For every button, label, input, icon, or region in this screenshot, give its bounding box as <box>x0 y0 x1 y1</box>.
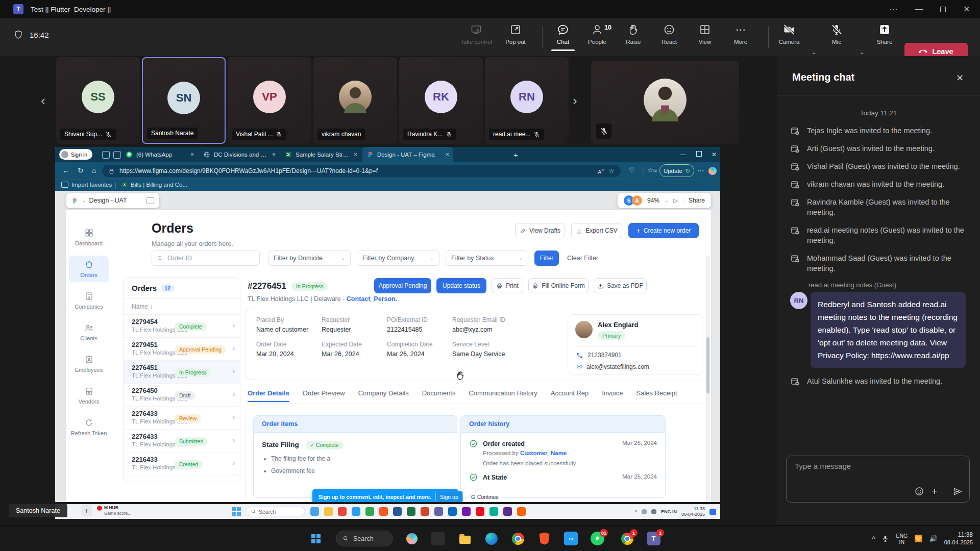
detail-tab[interactable]: Invoice <box>602 389 623 402</box>
browser-close-icon[interactable]: ✕ <box>712 151 717 158</box>
vscode-icon[interactable]: ‹› <box>564 532 578 545</box>
refresh-icon[interactable]: ↻ <box>78 166 84 174</box>
tab-close-icon[interactable]: × <box>190 151 194 158</box>
order-row[interactable]: 2216433 TL Flex Holdings LLC Created › <box>124 453 240 475</box>
close-button[interactable]: ✕ <box>963 5 970 14</box>
pin-button[interactable]: + <box>81 505 92 516</box>
chat-message-input[interactable] <box>794 461 949 471</box>
detail-tab[interactable]: Sales Receipt <box>636 389 677 402</box>
chat-button[interactable]: Chat <box>547 23 579 45</box>
order-row[interactable]: 2276451 TL Flex Holdings LLC In Progress… <box>124 361 240 384</box>
taskbar-app-icon[interactable] <box>462 507 471 516</box>
tray-expand-icon[interactable]: ^ <box>635 509 637 514</box>
attach-plus-icon[interactable]: + <box>932 486 938 496</box>
mic-in-use-icon[interactable] <box>881 535 889 542</box>
back-icon[interactable]: ← <box>62 166 69 174</box>
share-button[interactable]: Share <box>868 23 901 45</box>
create-order-button[interactable]: + Create new order <box>628 223 699 238</box>
emoji-icon[interactable] <box>914 486 924 496</box>
browser-tab[interactable]: Design - UAT – Figma × <box>362 147 453 162</box>
start-button-icon[interactable] <box>311 534 321 543</box>
tray-expand-icon[interactable]: ^ <box>872 535 875 542</box>
file-explorer-icon[interactable] <box>458 532 472 545</box>
taskbar-app-icon[interactable] <box>421 507 429 516</box>
browser-tab[interactable]: (6) WhatsApp × <box>121 147 198 162</box>
taskbar-app-icon[interactable] <box>476 507 484 516</box>
sign-up-button[interactable]: Sign up <box>435 491 463 502</box>
participant-tile[interactable]: SS Shivani Sup... <box>56 57 140 144</box>
detail-tab[interactable]: Company Details <box>358 389 409 402</box>
detail-tab[interactable]: Order Preview <box>303 389 345 402</box>
taskbar-app-icon[interactable] <box>489 507 498 516</box>
taskbar-app-icon[interactable] <box>352 507 360 516</box>
taskbar-app-icon[interactable] <box>365 507 374 516</box>
tab-close-icon[interactable]: × <box>272 151 276 158</box>
copilot-icon[interactable] <box>405 532 419 545</box>
clear-filter-button[interactable]: Clear Filter <box>567 255 598 262</box>
taskbar-app-icon[interactable] <box>434 507 443 516</box>
tiles-scroll-right-icon[interactable]: › <box>573 93 577 109</box>
browser-profile-button[interactable]: Sign in <box>59 149 92 160</box>
filter-status-dropdown[interactable]: Filter by Status⌄ <box>446 251 528 266</box>
brave-icon[interactable] <box>537 532 551 545</box>
volume-icon[interactable]: 🔊 <box>929 535 937 542</box>
notification-icon[interactable] <box>709 509 716 515</box>
wifi-icon[interactable]: 🛜 <box>914 535 922 542</box>
edge-icon[interactable] <box>484 532 498 545</box>
participant-tile[interactable]: RN read.ai mee... <box>485 57 569 144</box>
filter-button[interactable]: Filter <box>534 251 559 266</box>
send-icon[interactable] <box>952 486 963 497</box>
sidebar-item[interactable]: Vendors <box>69 382 109 409</box>
history-link[interactable]: Customer_Name <box>520 450 567 456</box>
bookmark-item[interactable]: Bills | Billing and Co... <box>121 182 187 188</box>
app-icon[interactable] <box>431 532 445 545</box>
read-aloud-icon[interactable]: A» <box>598 167 604 175</box>
presenter-clock[interactable]: 11:3808-04-2025 <box>681 506 705 517</box>
chrome-icon[interactable] <box>511 532 525 545</box>
zoom-chevron-icon[interactable]: ⌄ <box>665 198 669 203</box>
zoom-level[interactable]: 94% <box>647 197 659 204</box>
tab-close-icon[interactable]: × <box>446 151 449 158</box>
order-row[interactable]: 2276450 TL Flex Holdings LLC Draft › <box>124 384 240 407</box>
detail-tab[interactable]: Order Details <box>248 389 289 402</box>
view-drafts-button[interactable]: View Drafts <box>515 223 565 238</box>
detail-tab[interactable]: Documents <box>422 389 456 402</box>
vertical-tabs-icon[interactable] <box>113 151 121 159</box>
contact-phone[interactable]: 2123874901 <box>576 352 622 359</box>
contact-email[interactable]: ✉ alex@vstatefilings.com <box>576 363 649 370</box>
google-continue-button[interactable]: G Continue <box>467 491 503 502</box>
copilot-icon[interactable] <box>708 167 717 175</box>
tray-icon[interactable] <box>642 509 647 514</box>
taskbar-app-icon[interactable] <box>338 507 347 516</box>
fill-online-form-button[interactable]: Fill Online Form <box>528 278 589 293</box>
language-indicator[interactable]: ENG IN <box>661 509 677 514</box>
minimize-button[interactable]: — <box>915 5 923 14</box>
teams-icon[interactable]: T 1 <box>647 532 660 545</box>
sidebar-item[interactable]: Refresh Token <box>69 414 109 440</box>
figma-topbar[interactable]: ⌄ Design - UAT <box>66 193 159 208</box>
participant-tile-large[interactable] <box>591 61 739 144</box>
sidebar-item[interactable]: Companies <box>69 287 109 314</box>
taskbar-app-icon[interactable] <box>407 507 415 516</box>
filter-domicile-dropdown[interactable]: Filter by Domicile⌄ <box>268 251 351 266</box>
print-button[interactable]: Print <box>492 278 523 293</box>
browser-menu-icon[interactable]: ⋯ <box>697 166 704 174</box>
order-row[interactable]: 2276433 TL Flex Holdings LLC Submitted › <box>124 430 240 453</box>
titlebar-more-icon[interactable]: ⋯ <box>889 5 897 14</box>
sidebar-item[interactable]: Clients <box>69 319 109 345</box>
raise-button[interactable]: Raise <box>617 23 650 45</box>
browser-essentials-icon[interactable]: ♡ <box>629 166 635 174</box>
detail-tab[interactable]: Account Rep <box>551 389 589 402</box>
taskbar-clock[interactable]: 11:3808-04-2025 <box>944 531 973 546</box>
tab-actions-icon[interactable] <box>102 151 110 159</box>
mic-chevron-icon[interactable]: ⌄ <box>860 49 864 56</box>
browser-minimize-icon[interactable]: — <box>680 151 686 158</box>
taskbar-app-icon[interactable] <box>517 507 526 516</box>
collaborator-avatar[interactable]: A <box>632 195 642 206</box>
export-csv-button[interactable]: Export CSV <box>571 223 622 238</box>
favorites-list-icon[interactable]: ☆≡ <box>647 166 657 174</box>
more-button[interactable]: ⋯ More <box>724 23 757 45</box>
figma-share-button[interactable]: Share <box>683 197 705 204</box>
tab-close-icon[interactable]: × <box>354 151 357 158</box>
browser-tab[interactable]: DC Divisions and Surroundings × <box>199 147 280 162</box>
